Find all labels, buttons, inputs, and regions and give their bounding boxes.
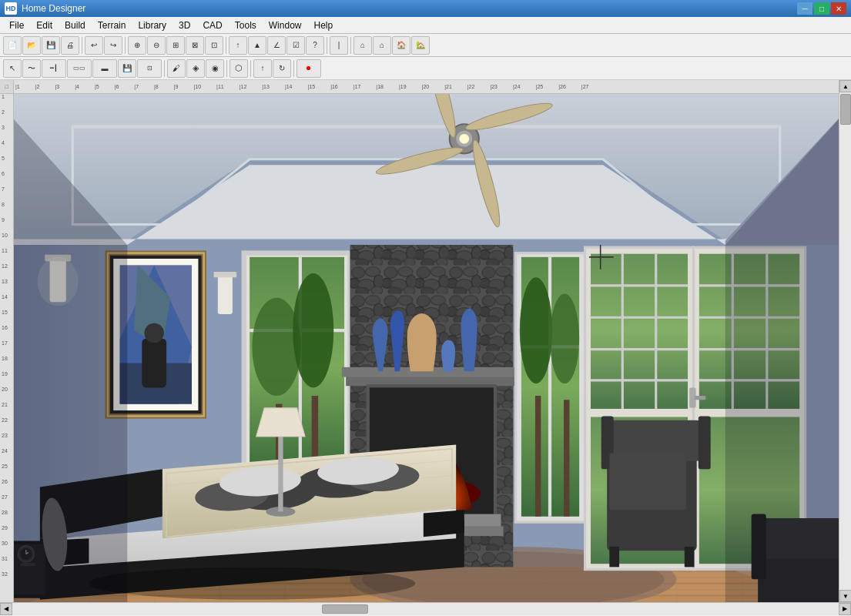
symbol-button[interactable]: ▲ bbox=[248, 36, 266, 55]
scrollbar-right: ▲ ▼ bbox=[839, 80, 851, 602]
main-area: □ 1 2 3 4 5 6 7 8 9 10 11 12 13 14 15 16… bbox=[0, 80, 851, 602]
close-button[interactable]: ✕ bbox=[831, 2, 846, 15]
scene-svg bbox=[14, 94, 839, 602]
wall-button[interactable]: ━┃ bbox=[42, 59, 66, 78]
svg-point-73 bbox=[520, 277, 552, 383]
zoom-window-button[interactable]: ⊡ bbox=[205, 36, 223, 55]
scroll-track-right[interactable] bbox=[839, 92, 851, 590]
door-button[interactable]: ▭▭ bbox=[67, 59, 92, 78]
scroll-thumb-bottom[interactable] bbox=[322, 604, 368, 614]
separator bbox=[164, 60, 165, 77]
dimension-button[interactable]: ⊡ bbox=[137, 59, 162, 78]
svg-rect-80 bbox=[591, 254, 688, 409]
svg-rect-102 bbox=[609, 453, 686, 510]
svg-rect-97 bbox=[695, 396, 706, 400]
scrollbar-bottom: ◀ ▶ bbox=[0, 602, 851, 614]
svg-marker-17 bbox=[72, 125, 779, 128]
zoom-fit-button[interactable]: ⊞ bbox=[166, 36, 185, 55]
ruler-corner: □ bbox=[0, 80, 13, 94]
minimize-button[interactable]: ─ bbox=[797, 2, 812, 15]
scroll-right-button[interactable]: ▶ bbox=[839, 603, 851, 615]
scroll-track-bottom[interactable] bbox=[12, 603, 839, 615]
maximize-button[interactable]: □ bbox=[814, 2, 829, 15]
scroll-up-button[interactable]: ▲ bbox=[839, 80, 851, 92]
rotate-button[interactable]: ↻ bbox=[273, 59, 291, 78]
menu-file[interactable]: File bbox=[3, 18, 30, 32]
up-arrow-button[interactable]: ↑ bbox=[253, 59, 272, 78]
scroll-left-button[interactable]: ◀ bbox=[0, 603, 12, 615]
undo-button[interactable]: ↩ bbox=[85, 36, 103, 55]
svg-rect-104 bbox=[685, 547, 695, 567]
separator bbox=[125, 37, 126, 54]
svg-rect-51 bbox=[214, 272, 237, 277]
window-controls: ─ □ ✕ bbox=[797, 2, 846, 15]
svg-point-24 bbox=[459, 134, 469, 144]
svg-rect-101 bbox=[699, 416, 711, 469]
separator bbox=[327, 37, 327, 54]
menu-edit[interactable]: Edit bbox=[30, 18, 59, 32]
measure-button[interactable]: | bbox=[330, 36, 348, 55]
menu-tools[interactable]: Tools bbox=[229, 18, 263, 32]
svg-marker-134 bbox=[256, 408, 306, 437]
roof1-button[interactable]: ⌂ bbox=[353, 36, 372, 55]
select-button[interactable]: ↖ bbox=[3, 59, 22, 78]
zoom-in-button[interactable]: ⊕ bbox=[128, 36, 146, 55]
help-button[interactable]: ? bbox=[306, 36, 324, 55]
ruler-left: □ 1 2 3 4 5 6 7 8 9 10 11 12 13 14 15 16… bbox=[0, 80, 14, 602]
svg-rect-133 bbox=[278, 437, 283, 511]
menu-terrain[interactable]: Terrain bbox=[92, 18, 132, 32]
mark-button[interactable]: ☑ bbox=[286, 36, 305, 55]
app-title: Home Designer bbox=[22, 3, 797, 14]
toolbar2: ↖ 〜 ━┃ ▭▭ ▬ 💾 ⊡ 🖌 ◈ ◉ ⬡ ↑ ↻ ⏺ bbox=[0, 57, 851, 80]
svg-marker-123 bbox=[424, 510, 464, 537]
scroll-thumb-right[interactable] bbox=[840, 94, 851, 125]
separator bbox=[226, 60, 227, 77]
zoom-out-button[interactable]: ⊖ bbox=[147, 36, 166, 55]
svg-point-139 bbox=[89, 567, 415, 599]
svg-rect-46 bbox=[142, 339, 166, 388]
lamp-button[interactable]: ⬡ bbox=[230, 59, 248, 78]
separator bbox=[293, 60, 294, 77]
zoom-full-button[interactable]: ⊠ bbox=[186, 36, 204, 55]
open-button[interactable]: 📂 bbox=[22, 36, 41, 55]
menu-3d[interactable]: 3D bbox=[173, 18, 196, 32]
svg-rect-75 bbox=[535, 396, 541, 517]
separator bbox=[250, 60, 251, 77]
menubar: File Edit Build Terrain Library 3D CAD T… bbox=[0, 17, 851, 34]
material-button[interactable]: ◉ bbox=[206, 59, 224, 78]
roof2-button[interactable]: ⌂ bbox=[373, 36, 391, 55]
titlebar: HD Home Designer ─ □ ✕ bbox=[0, 0, 851, 17]
separator bbox=[82, 37, 82, 54]
print-button[interactable]: 🖨 bbox=[61, 36, 79, 55]
cabinet-button[interactable]: ▬ bbox=[92, 59, 117, 78]
roof4-button[interactable]: 🏡 bbox=[411, 36, 430, 55]
redo-button[interactable]: ↪ bbox=[104, 36, 122, 55]
separator bbox=[350, 37, 351, 54]
svg-point-74 bbox=[550, 294, 579, 384]
menu-window[interactable]: Window bbox=[263, 18, 308, 32]
save-button[interactable]: 💾 bbox=[42, 36, 60, 55]
room-scene[interactable] bbox=[14, 94, 839, 602]
ruler-top: |1 |2 |3 |4 |5 |6 |7 |8 |9 |10 |11 |12 |… bbox=[14, 80, 839, 94]
svg-rect-50 bbox=[218, 273, 233, 314]
polyline-button[interactable]: 〜 bbox=[22, 59, 41, 78]
menu-library[interactable]: Library bbox=[132, 18, 173, 32]
app-icon: HD bbox=[5, 2, 17, 15]
menu-build[interactable]: Build bbox=[59, 18, 92, 32]
paint-button[interactable]: 🖌 bbox=[167, 59, 186, 78]
roof3-button[interactable]: 🏠 bbox=[392, 36, 410, 55]
wall-angle-button[interactable]: ∠ bbox=[267, 36, 286, 55]
svg-point-58 bbox=[293, 273, 333, 387]
new-button[interactable]: 📄 bbox=[3, 36, 22, 55]
menu-help[interactable]: Help bbox=[307, 18, 339, 32]
svg-point-57 bbox=[252, 298, 301, 396]
canvas-area[interactable]: |1 |2 |3 |4 |5 |6 |7 |8 |9 |10 |11 |12 |… bbox=[14, 80, 839, 602]
toolbar1: 📄 📂 💾 🖨 ↩ ↪ ⊕ ⊖ ⊞ ⊠ ⊡ ↑ ▲ ∠ ☑ ? | ⌂ ⌂ 🏠 … bbox=[0, 34, 851, 57]
svg-rect-76 bbox=[564, 400, 569, 516]
arrow-button[interactable]: ↑ bbox=[229, 36, 247, 55]
rec-button[interactable]: ⏺ bbox=[297, 59, 321, 78]
menu-cad[interactable]: CAD bbox=[196, 18, 228, 32]
scroll-down-button[interactable]: ▼ bbox=[839, 590, 851, 602]
color-button[interactable]: ◈ bbox=[186, 59, 205, 78]
save2-button[interactable]: 💾 bbox=[118, 59, 136, 78]
